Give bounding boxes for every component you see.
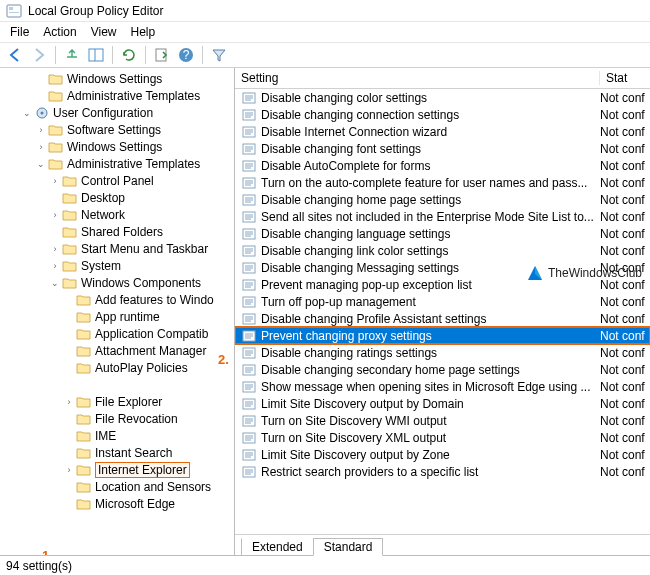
setting-state: Not conf [600, 312, 650, 326]
menu-view[interactable]: View [85, 24, 123, 40]
tree-item[interactable]: Desktop [0, 189, 234, 206]
panes-button[interactable] [85, 44, 107, 66]
tree-item-label: File Explorer [95, 395, 162, 409]
tree-item[interactable]: ⌄Windows Components [0, 274, 234, 291]
export-button[interactable] [151, 44, 173, 66]
setting-row[interactable]: Limit Site Discovery output by DomainNot… [235, 395, 650, 412]
tree-item[interactable]: Attachment Manager [0, 342, 234, 359]
setting-row[interactable]: Prevent changing proxy settingsNot conf [235, 327, 650, 344]
setting-label: Disable changing color settings [261, 91, 600, 105]
tree-item[interactable]: ›Windows Settings [0, 138, 234, 155]
tree-item[interactable]: Location and Sensors [0, 478, 234, 495]
filter-button[interactable] [208, 44, 230, 66]
back-button[interactable] [4, 44, 26, 66]
setting-icon [241, 176, 257, 190]
callout-2: 2. [218, 352, 229, 367]
chevron-right-icon[interactable]: › [34, 142, 48, 152]
chevron-right-icon[interactable]: › [48, 244, 62, 254]
setting-icon [241, 91, 257, 105]
tree-item-label: App runtime [95, 310, 160, 324]
tree-item[interactable]: ›File Explorer [0, 393, 234, 410]
status-text: 94 setting(s) [6, 559, 72, 573]
chevron-right-icon[interactable]: › [62, 465, 76, 475]
tree-item[interactable]: ›Network [0, 206, 234, 223]
tab-standard[interactable]: Standard [313, 538, 384, 556]
setting-icon [241, 159, 257, 173]
view-tabs: Extended Standard [235, 534, 650, 555]
setting-row[interactable]: Disable changing ratings settingsNot con… [235, 344, 650, 361]
setting-row[interactable]: Prevent managing pop-up exception listNo… [235, 276, 650, 293]
setting-row[interactable]: Turn on Site Discovery WMI outputNot con… [235, 412, 650, 429]
tree-item[interactable]: Windows Settings [0, 70, 234, 87]
setting-row[interactable]: Restrict search providers to a specific … [235, 463, 650, 480]
menu-file[interactable]: File [4, 24, 35, 40]
up-button[interactable] [61, 44, 83, 66]
setting-label: Disable changing font settings [261, 142, 600, 156]
setting-row[interactable]: Disable AutoComplete for formsNot conf [235, 157, 650, 174]
setting-row[interactable]: Turn on Site Discovery XML outputNot con… [235, 429, 650, 446]
setting-row[interactable]: Disable changing color settingsNot conf [235, 89, 650, 106]
setting-row[interactable]: Disable changing home page settingsNot c… [235, 191, 650, 208]
tree-item[interactable]: IME [0, 427, 234, 444]
tree-item[interactable]: Instant Search [0, 444, 234, 461]
tree-item[interactable]: ⌄Administrative Templates [0, 155, 234, 172]
tree-item[interactable]: Shared Folders [0, 223, 234, 240]
setting-row[interactable]: Disable changing font settingsNot conf [235, 140, 650, 157]
folder-icon [76, 310, 92, 324]
setting-row[interactable]: Turn on the auto-complete feature for us… [235, 174, 650, 191]
setting-row[interactable]: Disable changing link color settingsNot … [235, 242, 650, 259]
chevron-down-icon[interactable]: ⌄ [34, 159, 48, 169]
setting-row[interactable]: Disable changing connection settingsNot … [235, 106, 650, 123]
refresh-button[interactable] [118, 44, 140, 66]
tree-item[interactable]: ›Control Panel [0, 172, 234, 189]
menu-help[interactable]: Help [125, 24, 162, 40]
setting-row[interactable]: Limit Site Discovery output by ZoneNot c… [235, 446, 650, 463]
tree-item[interactable]: ›Internet Explorer [0, 461, 234, 478]
setting-row[interactable]: Disable changing language settingsNot co… [235, 225, 650, 242]
setting-row[interactable]: Disable changing Messaging settingsNot c… [235, 259, 650, 276]
setting-row[interactable]: Turn off pop-up managementNot conf [235, 293, 650, 310]
setting-state: Not conf [600, 159, 650, 173]
tree-item[interactable]: File Revocation [0, 410, 234, 427]
setting-label: Limit Site Discovery output by Zone [261, 448, 600, 462]
tree-item[interactable]: Microsoft Edge [0, 495, 234, 512]
tree-item[interactable]: Add features to Windo [0, 291, 234, 308]
column-setting[interactable]: Setting [235, 71, 600, 85]
tree-item[interactable]: ›Start Menu and Taskbar [0, 240, 234, 257]
menu-action[interactable]: Action [37, 24, 82, 40]
setting-state: Not conf [600, 244, 650, 258]
tree-panel[interactable]: Windows SettingsAdministrative Templates… [0, 68, 235, 555]
tree-item-label: Software Settings [67, 123, 161, 137]
setting-icon [241, 108, 257, 122]
chevron-down-icon[interactable]: ⌄ [20, 108, 34, 118]
forward-button[interactable] [28, 44, 50, 66]
tree-item[interactable]: ›Software Settings [0, 121, 234, 138]
tree-item[interactable]: ⌄User Configuration [0, 104, 234, 121]
app-icon [6, 3, 22, 19]
column-state[interactable]: Stat [600, 71, 650, 85]
chevron-right-icon[interactable]: › [34, 125, 48, 135]
tree-item[interactable] [0, 376, 234, 393]
tree-item[interactable]: AutoPlay Policies [0, 359, 234, 376]
chevron-right-icon[interactable]: › [48, 210, 62, 220]
tree-item[interactable]: App runtime [0, 308, 234, 325]
setting-row[interactable]: Disable changing Profile Assistant setti… [235, 310, 650, 327]
tree-item[interactable]: ›System [0, 257, 234, 274]
setting-row[interactable]: Disable changing secondary home page set… [235, 361, 650, 378]
setting-row[interactable]: Disable Internet Connection wizardNot co… [235, 123, 650, 140]
help-button[interactable] [175, 44, 197, 66]
setting-row[interactable]: Send all sites not included in the Enter… [235, 208, 650, 225]
setting-row[interactable]: Show message when opening sites in Micro… [235, 378, 650, 395]
tab-extended[interactable]: Extended [241, 538, 314, 556]
settings-list[interactable]: Disable changing color settingsNot confD… [235, 89, 650, 534]
chevron-right-icon[interactable]: › [48, 176, 62, 186]
tree-item[interactable]: Application Compatib [0, 325, 234, 342]
chevron-right-icon[interactable]: › [62, 397, 76, 407]
tree-item[interactable]: Administrative Templates [0, 87, 234, 104]
setting-icon [241, 329, 257, 343]
setting-state: Not conf [600, 227, 650, 241]
folder-icon [76, 344, 92, 358]
chevron-down-icon[interactable]: ⌄ [48, 278, 62, 288]
setting-label: Prevent changing proxy settings [261, 329, 600, 343]
chevron-right-icon[interactable]: › [48, 261, 62, 271]
